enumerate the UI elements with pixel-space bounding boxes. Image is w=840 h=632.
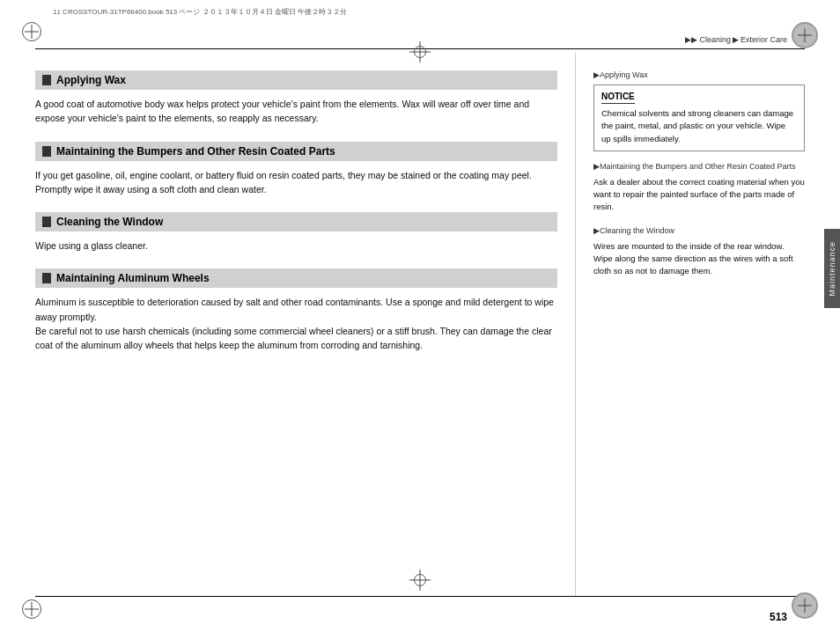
content-wrapper: Applying Wax A good coat of automotive b… — [35, 53, 805, 597]
crosshair-bottom-center — [409, 570, 431, 591]
right-label-bumpers: ▶Maintaining the Bumpers and Other Resin… — [593, 162, 805, 171]
column-divider — [575, 53, 576, 597]
section-body-aluminum: Aluminum is susceptible to deterioration… — [35, 295, 557, 352]
notice-title: NOTICE — [601, 92, 635, 104]
right-section-applying-wax: ▶Applying Wax NOTICE Chemical solvents a… — [593, 70, 805, 151]
section-aluminum-wheels: Maintaining Aluminum Wheels Aluminum is … — [35, 268, 557, 352]
section-header-window: Cleaning the Window — [35, 212, 557, 231]
left-column: Applying Wax A good coat of automotive b… — [35, 53, 557, 597]
right-body-window: Wires are mounted to the inside of the r… — [593, 240, 805, 278]
sidebar-tab-label: Maintenance — [828, 241, 836, 297]
right-section-window: ▶Cleaning the Window Wires are mounted t… — [593, 226, 805, 278]
file-info: 11 CROSSTOUR-31TP66400.book 513 ページ ２０１３… — [0, 0, 840, 24]
section-header-applying-wax: Applying Wax — [35, 70, 557, 90]
section-body-window: Wipe using a glass cleaner. — [35, 239, 557, 253]
right-column: ▶Applying Wax NOTICE Chemical solvents a… — [593, 53, 805, 597]
section-title-aluminum: Maintaining Aluminum Wheels — [56, 272, 210, 284]
section-cleaning-window: Cleaning the Window Wipe using a glass c… — [35, 212, 557, 253]
section-body-applying-wax: A good coat of automotive body wax helps… — [35, 97, 557, 126]
deco-circle-bottom-right — [792, 592, 818, 619]
right-section-bumpers: ▶Maintaining the Bumpers and Other Resin… — [593, 162, 805, 214]
right-body-bumpers: Ask a dealer about the correct coating m… — [593, 176, 805, 214]
sidebar-maintenance-tab: Maintenance — [824, 229, 840, 308]
section-icon-bumpers — [42, 146, 51, 157]
section-title-bumpers: Maintaining the Bumpers and Other Resin … — [56, 145, 335, 158]
section-body-bumpers: If you get gasoline, oil, engine coolant… — [35, 168, 557, 197]
section-icon — [42, 75, 51, 85]
right-label-window: ▶Cleaning the Window — [593, 226, 805, 235]
breadcrumb-section2: Exterior Care — [741, 35, 787, 44]
section-icon-window — [42, 217, 51, 227]
page: 11 CROSSTOUR-31TP66400.book 513 ページ ２０１３… — [0, 0, 840, 632]
footer-divider — [35, 596, 805, 597]
breadcrumb-arrow2: ▶ — [733, 35, 739, 44]
notice-box: NOTICE Chemical solvents and strong clea… — [593, 85, 805, 151]
section-title-applying-wax: Applying Wax — [56, 74, 126, 86]
breadcrumb: ▶▶ Cleaning ▶ Exterior Care — [685, 35, 787, 44]
right-label-applying-wax: ▶Applying Wax — [593, 70, 805, 79]
breadcrumb-arrow1: ▶▶ — [685, 35, 697, 44]
deco-circle-bottom-left — [22, 599, 41, 619]
section-maintaining-bumpers: Maintaining the Bumpers and Other Resin … — [35, 142, 557, 197]
breadcrumb-section1: Cleaning — [699, 35, 731, 44]
notice-body: Chemical solvents and strong cleaners ca… — [601, 107, 797, 145]
section-header-bumpers: Maintaining the Bumpers and Other Resin … — [35, 142, 557, 161]
section-header-aluminum: Maintaining Aluminum Wheels — [35, 268, 557, 288]
page-number: 513 — [770, 611, 787, 623]
section-title-window: Cleaning the Window — [56, 216, 163, 228]
section-icon-aluminum — [42, 273, 51, 283]
section-applying-wax: Applying Wax A good coat of automotive b… — [35, 70, 557, 126]
